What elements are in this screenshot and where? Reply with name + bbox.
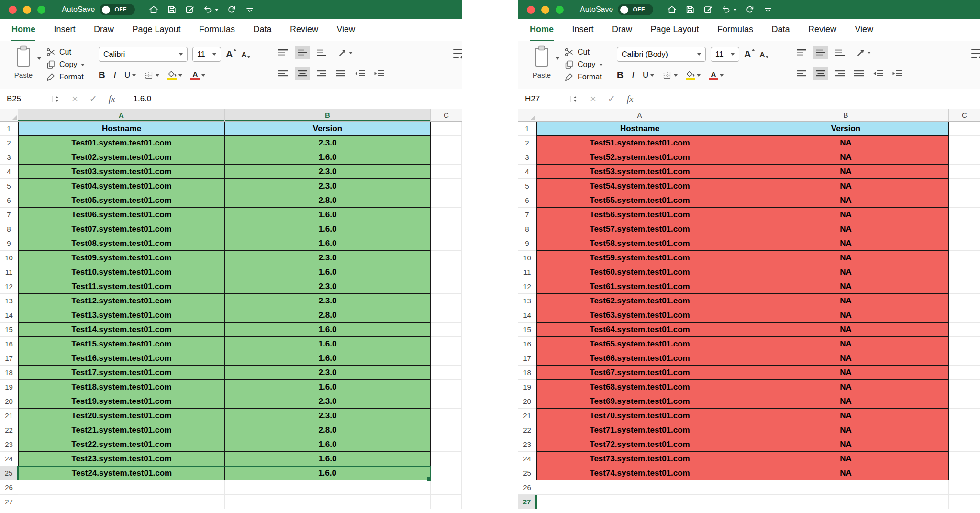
filler-cell[interactable] (949, 323, 980, 337)
filler-cell[interactable] (431, 193, 462, 208)
borders-button[interactable] (662, 70, 678, 80)
row-number[interactable]: 25 (0, 466, 18, 480)
hostname-cell[interactable]: Test58.system.test01.com (536, 236, 743, 251)
filler-cell[interactable] (431, 437, 462, 452)
hostname-cell[interactable]: Test67.system.test01.com (536, 366, 743, 380)
hostname-cell[interactable]: Test61.system.test01.com (536, 279, 743, 294)
row-number[interactable]: 21 (518, 409, 536, 423)
filler-cell[interactable] (431, 480, 462, 495)
home-icon[interactable] (667, 4, 677, 15)
tab-insert[interactable]: Insert (572, 19, 593, 40)
fill-color-button[interactable] (686, 71, 701, 80)
text-orientation-button[interactable] (338, 48, 353, 57)
tab-insert[interactable]: Insert (54, 19, 75, 40)
bold-button[interactable]: B (617, 70, 624, 80)
filler-cell[interactable] (431, 380, 462, 394)
row-number[interactable]: 27 (0, 495, 18, 509)
filler-cell[interactable] (949, 136, 980, 150)
filler-cell[interactable] (949, 452, 980, 466)
filler-cell[interactable] (949, 251, 980, 265)
filler-cell[interactable] (431, 165, 462, 179)
save-icon[interactable] (167, 4, 177, 15)
hostname-cell[interactable]: Test24.system.test01.com (18, 466, 225, 480)
name-box-stepper[interactable] (52, 96, 58, 102)
formula-input[interactable]: 1.6.0 (134, 94, 152, 104)
hostname-cell[interactable]: Test23.system.test01.com (18, 452, 225, 466)
underline-button[interactable]: U (643, 70, 654, 80)
row-number[interactable]: 11 (0, 265, 18, 279)
align-left-icon[interactable] (276, 67, 291, 80)
version-cell[interactable]: NA (743, 222, 949, 236)
filler-cell[interactable] (431, 179, 462, 193)
hostname-cell[interactable]: Test57.system.test01.com (536, 222, 743, 236)
save-icon[interactable] (685, 4, 695, 15)
hostname-cell[interactable]: Test09.system.test01.com (18, 251, 225, 265)
row-number[interactable]: 18 (0, 366, 18, 380)
filler-cell[interactable] (949, 179, 980, 193)
hostname-cell[interactable]: Test65.system.test01.com (536, 337, 743, 351)
row-number[interactable]: 12 (518, 279, 536, 294)
undo-dropdown-icon[interactable] (215, 9, 219, 11)
filler-cell[interactable] (949, 122, 980, 136)
hostname-cell[interactable]: Test55.system.test01.com (536, 193, 743, 208)
insert-function-icon[interactable]: fx (627, 94, 634, 104)
row-number[interactable]: 23 (518, 437, 536, 452)
align-bottom-icon[interactable] (832, 46, 847, 59)
row-number[interactable]: 7 (518, 208, 536, 222)
redo-button[interactable] (745, 4, 755, 15)
hostname-cell[interactable]: Test74.system.test01.com (536, 466, 743, 480)
hostname-cell[interactable]: Test68.system.test01.com (536, 380, 743, 394)
version-cell[interactable]: 2.8.0 (225, 423, 431, 437)
filler-cell[interactable] (431, 208, 462, 222)
tab-page-layout[interactable]: Page Layout (650, 19, 699, 40)
version-cell[interactable]: 2.3.0 (225, 279, 431, 294)
row-number[interactable]: 15 (0, 323, 18, 337)
row-number[interactable]: 17 (0, 351, 18, 366)
row-number[interactable]: 14 (0, 308, 18, 323)
filler-cell[interactable] (949, 265, 980, 279)
version-cell[interactable]: 2.3.0 (225, 179, 431, 193)
undo-button[interactable] (721, 4, 737, 15)
hostname-cell[interactable]: Test63.system.test01.com (536, 308, 743, 323)
filler-cell[interactable] (431, 409, 462, 423)
filler-cell[interactable] (431, 495, 462, 509)
filler-cell[interactable] (949, 394, 980, 409)
version-cell[interactable]: NA (743, 136, 949, 150)
column-header-a[interactable]: A (536, 109, 743, 121)
hostname-cell[interactable]: Test60.system.test01.com (536, 265, 743, 279)
filler-cell[interactable] (431, 452, 462, 466)
insert-function-icon[interactable]: fx (109, 94, 115, 104)
row-number[interactable]: 4 (518, 165, 536, 179)
hostname-cell[interactable] (536, 495, 743, 509)
increase-indent-icon[interactable] (371, 67, 387, 80)
tab-home[interactable]: Home (11, 19, 35, 41)
tab-data[interactable]: Data (771, 19, 790, 40)
copy-button[interactable]: Copy (46, 58, 85, 71)
tab-view[interactable]: View (336, 19, 355, 40)
align-middle-icon[interactable] (813, 46, 828, 59)
filler-cell[interactable] (949, 308, 980, 323)
version-cell[interactable]: 1.6.0 (225, 323, 431, 337)
version-cell[interactable]: NA (743, 193, 949, 208)
hostname-cell[interactable]: Test08.system.test01.com (18, 236, 225, 251)
compose-icon[interactable] (185, 4, 195, 15)
version-cell[interactable]: NA (743, 409, 949, 423)
version-cell[interactable] (743, 480, 949, 495)
filler-cell[interactable] (949, 366, 980, 380)
row-number[interactable]: 22 (518, 423, 536, 437)
version-cell[interactable]: 1.6.0 (225, 208, 431, 222)
filler-cell[interactable] (431, 308, 462, 323)
version-cell[interactable]: 2.3.0 (225, 165, 431, 179)
version-cell[interactable]: NA (743, 150, 949, 165)
filler-cell[interactable] (949, 165, 980, 179)
version-cell[interactable]: NA (743, 380, 949, 394)
version-cell[interactable]: NA (743, 452, 949, 466)
autosave-toggle[interactable]: OFF (618, 4, 653, 15)
version-cell[interactable]: NA (743, 294, 949, 308)
tab-formulas[interactable]: Formulas (717, 19, 753, 40)
filler-cell[interactable] (431, 351, 462, 366)
tab-draw[interactable]: Draw (612, 19, 632, 40)
version-cell[interactable]: NA (743, 236, 949, 251)
hostname-cell[interactable]: Test17.system.test01.com (18, 366, 225, 380)
home-icon[interactable] (148, 4, 159, 15)
